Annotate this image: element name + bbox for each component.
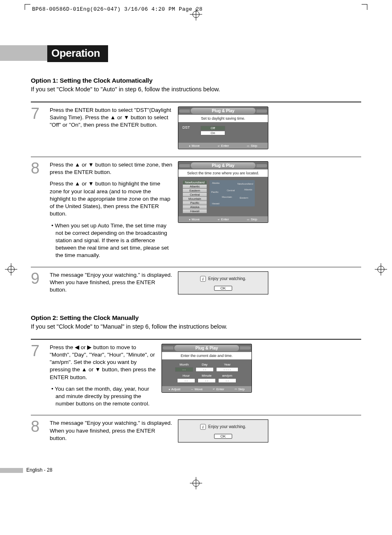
timezone-list: Newfoundland Atlantic Eastern Central Mo… bbox=[182, 180, 207, 213]
dt-label-month: Month bbox=[175, 363, 193, 366]
dt-val-hour: - - bbox=[177, 378, 195, 383]
step-bullet: • You can set the month, day, year, hour… bbox=[50, 385, 157, 408]
osd-prompt: Set to daylight saving time. bbox=[178, 115, 268, 122]
option2-lead: If you set "Clock Mode" to "Manual" in s… bbox=[31, 323, 361, 330]
step-text: The message "Enjoy your watching." is di… bbox=[50, 271, 173, 294]
page-footer: English - 28 bbox=[31, 467, 361, 473]
osd-title: Plug & Play bbox=[174, 345, 239, 351]
dst-label: DST bbox=[182, 125, 190, 130]
dt-val-ampm: - - bbox=[218, 378, 236, 383]
osd-timezone: Plug & Play Select the time zone where y… bbox=[178, 161, 268, 223]
step-number: 7 bbox=[31, 344, 45, 358]
osd-datetime: Plug & Play Enter the current date and t… bbox=[161, 344, 252, 393]
footer-enter: ↵Enter bbox=[218, 218, 229, 221]
dt-val-minute: - - bbox=[198, 378, 216, 383]
step-7-manual: 7 Press the ◀ or ▶ button to move to "Mo… bbox=[31, 339, 361, 408]
option2-heading: Option 2: Setting the Clock Manually bbox=[31, 314, 361, 322]
osd-dst: Plug & Play Set to daylight saving time.… bbox=[178, 107, 268, 149]
osd-prompt: Select the time zone where you are locat… bbox=[178, 169, 268, 177]
option1-heading: Option 1: Setting the Clock Automaticall… bbox=[31, 77, 361, 84]
option1-lead: If you set "Clock Mode" to "Auto" in ste… bbox=[31, 86, 361, 93]
ok-button: OK bbox=[214, 286, 232, 291]
step-7-auto: 7 Press the ENTER button to select "DST"… bbox=[31, 102, 361, 149]
timezone-map: Alaska Pacific Central Atlantic Newfound… bbox=[210, 180, 255, 206]
dt-val-day: - - bbox=[196, 367, 214, 372]
osd-title: Plug & Play bbox=[191, 108, 256, 114]
dt-val-year: - - - - bbox=[216, 367, 238, 372]
step-9-auto: 9 The message "Enjoy your watching." is … bbox=[31, 267, 361, 294]
step-number: 8 bbox=[31, 161, 45, 175]
message-text: Enjoy your watching. bbox=[208, 276, 246, 280]
ok-button: OK bbox=[214, 434, 232, 439]
footer-move: ↔Move bbox=[191, 387, 203, 391]
dt-label-ampm: am/pm bbox=[218, 374, 236, 378]
osd-prompt: Enter the current date and time. bbox=[162, 352, 251, 359]
footer-skip: ▭Skip bbox=[247, 218, 257, 221]
footer-skip: ▭Skip bbox=[235, 387, 245, 391]
step-bullet: • When you set up Auto Time, the set tim… bbox=[50, 222, 173, 259]
step-number: 9 bbox=[31, 271, 45, 285]
step-number: 7 bbox=[31, 107, 45, 120]
dt-label-minute: Minute bbox=[198, 374, 216, 378]
info-icon: i bbox=[200, 424, 206, 430]
footer-enter: ↵Enter bbox=[213, 387, 224, 391]
footer-skip: ▭Skip bbox=[247, 144, 257, 148]
dt-label-year: Year bbox=[216, 363, 238, 366]
message-box: iEnjoy your watching. OK bbox=[178, 271, 268, 294]
dst-option-off: Off bbox=[201, 126, 225, 130]
dt-label-hour: Hour bbox=[177, 374, 195, 378]
section-header: Operation bbox=[31, 45, 361, 62]
section-title: Operation bbox=[47, 45, 108, 62]
step-text: Press the ENTER button to select "DST"(D… bbox=[50, 107, 173, 129]
tz-item: Hawaii bbox=[182, 209, 207, 213]
footer-enter: ↵Enter bbox=[218, 144, 229, 148]
step-number: 8 bbox=[31, 419, 45, 433]
step-text: Press the ◀ or ▶ button to move to "Mont… bbox=[50, 344, 157, 381]
step-8-manual: 8 The message "Enjoy your watching." is … bbox=[31, 415, 361, 442]
footer-adjust: ♦Adjust bbox=[169, 387, 181, 391]
dst-option-on: On bbox=[201, 131, 225, 135]
osd-title: Plug & Play bbox=[191, 162, 256, 169]
footer-move: ♦Move bbox=[189, 144, 200, 148]
step-text-1: Press the ▲ or ▼ button to select time z… bbox=[50, 161, 173, 176]
step-8-auto: 8 Press the ▲ or ▼ button to select time… bbox=[31, 157, 361, 259]
step-text-2: Press the ▲ or ▼ button to highlight the… bbox=[50, 180, 173, 218]
info-icon: i bbox=[200, 276, 206, 282]
dt-val-month: - - bbox=[175, 367, 193, 372]
message-box: iEnjoy your watching. OK bbox=[178, 419, 268, 442]
step-text: The message "Enjoy your watching." is di… bbox=[50, 419, 173, 442]
message-text: Enjoy your watching. bbox=[208, 424, 246, 429]
footer-move: ♦Move bbox=[189, 218, 200, 221]
dt-label-day: Day bbox=[196, 363, 214, 366]
